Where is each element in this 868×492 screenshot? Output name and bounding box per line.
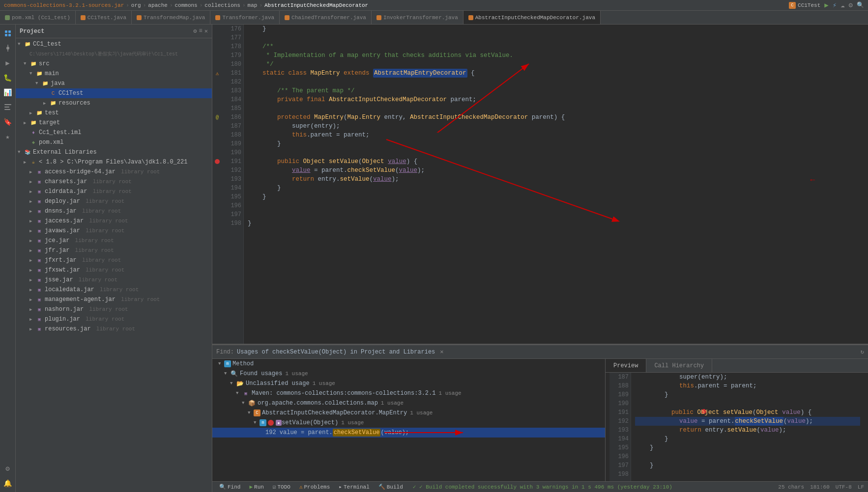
breadcrumb-collections[interactable]: collections <box>204 2 240 8</box>
sv-arrow: ▼ <box>254 420 260 425</box>
tree-item-java[interactable]: ▼ 📁 java <box>16 79 212 88</box>
problems-tool-btn[interactable]: ⚠ Problems <box>296 483 333 491</box>
tree-item-pom[interactable]: ◆ pom.xml <box>16 137 212 147</box>
sidebar-favorites-icon[interactable]: ★ <box>1 130 15 143</box>
code-content[interactable]: } /** * Implementation of a map entry th… <box>244 25 868 344</box>
coverage-icon[interactable]: ☁ <box>840 1 844 9</box>
tree-item-javaws[interactable]: ▶ ▣ javaws.jar library root <box>16 226 212 236</box>
todo-tool-btn[interactable]: ☑ TODO <box>270 483 293 491</box>
main-icon: 📁 <box>35 70 43 77</box>
terminal-tool-btn[interactable]: ▸ Terminal <box>336 483 372 491</box>
sidebar-run-icon[interactable]: ▶ <box>1 56 15 70</box>
tab-transformedmap[interactable]: TransformedMap.java <box>132 11 210 24</box>
breadcrumb-jar[interactable]: commons-collections-3.2.1-sources.jar <box>4 2 124 8</box>
setval-bp-dot <box>268 420 274 426</box>
breadcrumb-map[interactable]: map <box>248 2 258 8</box>
tree-item-iml[interactable]: ♦ Cc1_test.iml <box>16 128 212 137</box>
find-item-method[interactable]: ▼ m Method <box>212 359 605 369</box>
tree-label-jfxrt: jfxrt.jar library root <box>45 257 121 264</box>
tab-transformer[interactable]: Transformer.java <box>210 11 280 24</box>
build-tool-btn[interactable]: 🔨 Build <box>376 483 406 491</box>
tree-item-jce[interactable]: ▶ ▣ jce.jar library root <box>16 236 212 246</box>
settings-icon[interactable]: ⚙ <box>849 1 853 9</box>
extlib-icon: 📚 <box>24 149 31 156</box>
tree-item-plugin[interactable]: ▶ ▣ plugin.jar library root <box>16 314 212 324</box>
tab-cc1test[interactable]: CC1Test.java <box>76 11 132 24</box>
preview-tab-preview[interactable]: Preview <box>606 359 646 372</box>
tree-item-jsse[interactable]: ▶ ▣ jsse.jar library root <box>16 275 212 285</box>
preview-tab-callhierarchy[interactable]: Call Hierarchy <box>646 359 712 372</box>
tree-item-dnsns[interactable]: ▶ ▣ dnsns.jar library root <box>16 206 212 216</box>
find-code-result: 192 value = parent. <box>265 429 333 436</box>
tree-item-access-bridge[interactable]: ▶ ▣ access-bridge-64.jar library root <box>16 167 212 177</box>
find-item-unclassified[interactable]: ▼ 📂 Unclassified usage 1 usage <box>212 379 605 388</box>
collapse-icon[interactable]: ≡ <box>199 27 203 35</box>
tab-chained[interactable]: ChainedTransformer.java <box>280 11 372 24</box>
tree-item-cc1test[interactable]: C CC1Test <box>16 88 212 98</box>
tab-java-icon3 <box>215 15 220 20</box>
preview-line-189: } <box>635 390 860 399</box>
tab-pom[interactable]: pom.xml (Cc1_test) <box>0 11 76 24</box>
find-item-class[interactable]: ▼ C AbstractInputCheckedMapDecorator.Map… <box>212 408 605 418</box>
gear-icon[interactable]: ⚙ <box>193 27 197 35</box>
sidebar-structure-icon[interactable] <box>1 100 15 114</box>
preview-line-192: value = parent.checkSetValue(value); <box>635 417 860 426</box>
bottom-layout: ▼ m Method ▼ 🔍 Found usages 1 usage <box>212 359 868 481</box>
breadcrumb-apache[interactable]: apache <box>148 2 168 8</box>
find-refresh-icon[interactable]: ↻ <box>861 348 864 355</box>
tree-item-charsets[interactable]: ▶ ▣ charsets.jar library root <box>16 177 212 187</box>
sidebar-project-icon[interactable] <box>1 27 15 40</box>
find-item-maven[interactable]: ▼ ▣ Maven: commons-collections:commons-c… <box>212 388 605 398</box>
tree-item-main[interactable]: ▼ 📁 main <box>16 69 212 79</box>
tree-item-root[interactable]: ▼ 📁 CC1_test <box>16 39 212 49</box>
breadcrumb-org[interactable]: org <box>131 2 141 8</box>
tree-item-jfr[interactable]: ▶ ▣ jfr.jar library root <box>16 246 212 255</box>
position: 181:60 <box>810 484 830 490</box>
git-icon[interactable]: 🔍 <box>857 1 864 9</box>
src-icon: 📁 <box>29 60 37 67</box>
tab-java-icon5 <box>376 15 381 20</box>
tree-item-resources-jar[interactable]: ▶ ▣ resources.jar library root <box>16 324 212 334</box>
tab-invoker[interactable]: InvokerTransformer.java <box>372 11 463 24</box>
tree-item-jdk[interactable]: ▶ ☕ < 1.8 > C:\Program Files\Java\jdk1.8… <box>16 157 212 167</box>
tab-abstract[interactable]: AbstractInputCheckedMapDecorator.java <box>463 11 601 24</box>
run-icon[interactable]: ▶ <box>824 1 828 9</box>
find-close-btn[interactable]: ✕ <box>440 348 443 355</box>
sidebar-commit-icon[interactable] <box>1 41 15 55</box>
tree-item-jaccess[interactable]: ▶ ▣ jaccess.jar library root <box>16 216 212 226</box>
svg-rect-9 <box>4 109 10 110</box>
tree-item-target[interactable]: ▶ 📁 target <box>16 118 212 128</box>
tree-item-resources[interactable]: ▶ 📁 resources <box>16 98 212 108</box>
find-item-package[interactable]: ▼ 📦 org.apache.commons.collections.map 1… <box>212 398 605 408</box>
debug-icon[interactable]: ⚡ <box>833 1 837 9</box>
svg-rect-1 <box>8 30 11 33</box>
tree-item-cldrdata[interactable]: ▶ ▣ cldrdata.jar library root <box>16 187 212 196</box>
find-item-code-result[interactable]: 192 value = parent.checkSetValue(value); <box>212 428 605 437</box>
sidebar-notifications-icon[interactable]: 🔔 <box>1 476 15 490</box>
tree-item-src[interactable]: ▼ 📁 src <box>16 59 212 69</box>
find-label-method: Method <box>232 360 254 367</box>
sidebar-profiler-icon[interactable]: 📊 <box>1 85 15 99</box>
tree-item-nashorn[interactable]: ▶ ▣ nashorn.jar library root <box>16 304 212 314</box>
find-tool-btn[interactable]: 🔍 Find <box>216 483 243 491</box>
tree-item-mgmt[interactable]: ▶ ▣ management-agent.jar library root <box>16 295 212 304</box>
tree-item-extlib[interactable]: ▼ 📚 External Libraries <box>16 147 212 157</box>
tree-item-jfxswt[interactable]: ▶ ▣ jfxswt.jar library root <box>16 265 212 275</box>
tree-item-localedata[interactable]: ▶ ▣ localedata.jar library root <box>16 285 212 295</box>
sidebar-bookmark-icon[interactable]: 🔖 <box>1 115 15 129</box>
run-config-label[interactable]: C CC1Test <box>789 2 820 9</box>
tree-item-jfxrt[interactable]: ▶ ▣ jfxrt.jar library root <box>16 255 212 265</box>
tree-item-test[interactable]: ▶ 📁 test <box>16 108 212 118</box>
run-tool-btn[interactable]: ▶ Run <box>246 483 266 491</box>
sidebar-debug-icon[interactable]: 🐛 <box>1 71 15 84</box>
jar-icon-13: ▣ <box>35 286 43 293</box>
find-item-found[interactable]: ▼ 🔍 Found usages 1 usage <box>212 369 605 379</box>
cls-arrow: ▼ <box>248 410 254 415</box>
find-count-sv: 1 usage <box>341 420 364 426</box>
breadcrumb-commons[interactable]: commons <box>175 2 198 8</box>
find-item-setvalue[interactable]: ▼ m ● setValue(Object) 1 usage <box>212 418 605 428</box>
resources-icon: 📁 <box>49 100 57 107</box>
close-left-icon[interactable]: ✕ <box>204 27 208 35</box>
sidebar-settings-icon[interactable]: ⚙ <box>1 462 15 475</box>
tree-item-deploy[interactable]: ▶ ▣ deploy.jar library root <box>16 196 212 206</box>
